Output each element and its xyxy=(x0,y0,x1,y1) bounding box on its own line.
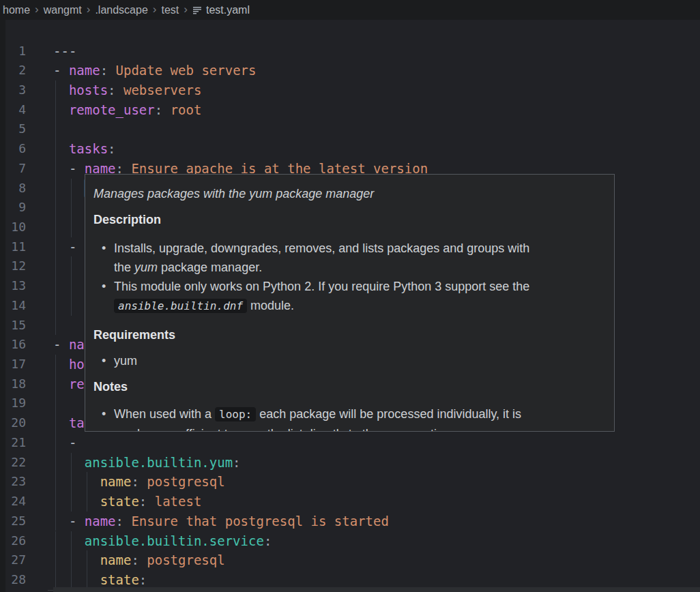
code-line[interactable]: 22 ansible.builtin.yum: xyxy=(0,453,700,473)
breadcrumb-item-file[interactable]: test.yaml xyxy=(191,4,250,16)
line-number: 27 xyxy=(0,550,26,570)
breadcrumb-separator: › xyxy=(83,3,94,18)
line-number: 12 xyxy=(0,256,26,276)
code-text: re xyxy=(53,374,85,394)
line-number: 25 xyxy=(0,512,26,531)
hover-tooltip[interactable]: Manages packages with the yum package ma… xyxy=(85,174,615,432)
code-text: - na xyxy=(53,335,85,355)
code-text: remote_user: root xyxy=(53,100,201,120)
bullet-icon: • xyxy=(102,351,114,370)
breadcrumb-file-label: test.yaml xyxy=(206,4,250,16)
code-line[interactable]: 26 ansible.builtin.service: xyxy=(0,531,700,551)
indent-guide xyxy=(55,394,56,413)
code-line[interactable]: 23 name: postgresql xyxy=(0,472,700,492)
line-number: 6 xyxy=(0,139,26,159)
line-number: 22 xyxy=(0,453,26,473)
tooltip-description-heading: Description xyxy=(93,210,604,229)
tooltip-description-bullet-2: • This module only works on Python 2. If… xyxy=(93,277,604,296)
code-line[interactable]: 3 hosts: webservers xyxy=(0,80,700,100)
bullet-icon: • xyxy=(102,277,114,296)
breadcrumb-separator: › xyxy=(149,3,160,18)
indent-guide xyxy=(71,218,72,237)
code-text: ansible.builtin.yum: xyxy=(53,453,241,473)
breadcrumb-item-home[interactable]: home xyxy=(1,4,31,16)
code-text: name: postgresql xyxy=(53,550,225,570)
code-text: --- xyxy=(53,42,76,61)
code-line[interactable]: 6 tasks: xyxy=(0,139,700,159)
code-line[interactable]: 5 xyxy=(0,119,700,139)
line-number: 2 xyxy=(0,61,26,80)
code-line[interactable]: 27 name: postgresql xyxy=(0,550,700,570)
tooltip-description-bullet-1-wrap: the yum package manager. xyxy=(93,258,604,277)
tooltip-notes-heading: Notes xyxy=(93,377,604,396)
tooltip-requirements-heading: Requirements xyxy=(93,325,604,344)
code-text: tasks: xyxy=(53,139,116,159)
code-text: hosts: webservers xyxy=(53,80,201,100)
indent-guide xyxy=(55,198,56,218)
code-line[interactable]: 1--- xyxy=(0,42,700,61)
breadcrumb: home › wangmt › .landscape › test › test… xyxy=(0,0,700,20)
line-number: 5 xyxy=(0,119,26,139)
line-number: 3 xyxy=(0,80,26,100)
indent-guide xyxy=(55,316,56,336)
indent-guide xyxy=(55,218,56,237)
indent-guide xyxy=(71,198,72,218)
indent-guide xyxy=(71,276,72,296)
line-number: 18 xyxy=(0,374,26,394)
breadcrumb-separator: › xyxy=(180,3,191,18)
line-number: 10 xyxy=(0,218,26,237)
code-line[interactable]: 24 state: latest xyxy=(0,492,700,512)
line-number: 8 xyxy=(0,179,26,198)
tooltip-summary: Manages packages with the yum package ma… xyxy=(93,184,604,203)
code-text: - name: Update web servers xyxy=(53,61,256,80)
line-number: 23 xyxy=(0,472,26,492)
tooltip-description-bullet-2-wrap: ansible.builtin.dnf module. xyxy=(93,296,604,316)
code-line[interactable]: 4 remote_user: root xyxy=(0,100,700,120)
breadcrumb-item-wangmt[interactable]: wangmt xyxy=(42,4,83,16)
line-number: 19 xyxy=(0,394,26,413)
breadcrumb-separator: › xyxy=(31,3,42,18)
bullet-icon: • xyxy=(102,239,114,258)
bullet-icon: • xyxy=(102,404,114,424)
tooltip-description-bullet-1: • Installs, upgrade, downgrades, removes… xyxy=(93,239,604,258)
line-number: 17 xyxy=(0,355,26,374)
line-number: 1 xyxy=(0,42,26,61)
breadcrumb-item-test[interactable]: test xyxy=(160,4,180,16)
horizontal-scrollbar[interactable] xyxy=(53,587,700,592)
indent-guide xyxy=(55,256,56,276)
line-number: 13 xyxy=(0,276,26,296)
line-number: 20 xyxy=(0,413,26,433)
code-text: - xyxy=(53,237,76,257)
code-line[interactable]: 2- name: Update web servers xyxy=(0,61,700,80)
code-line[interactable]: 21 - xyxy=(0,433,700,453)
line-number: 21 xyxy=(0,433,26,453)
indent-guide xyxy=(71,256,72,276)
code-line[interactable]: 25 - name: Ensure that postgresql is sta… xyxy=(0,512,700,531)
breadcrumb-item-landscape[interactable]: .landscape xyxy=(93,4,149,16)
line-number: 26 xyxy=(0,531,26,551)
line-number: 7 xyxy=(0,159,26,179)
inline-code-loop: loop: xyxy=(215,407,256,421)
line-number: 24 xyxy=(0,492,26,512)
line-number: 29 xyxy=(0,590,26,592)
inline-code-dnf: ansible.builtin.dnf xyxy=(114,299,247,313)
code-text: ta xyxy=(53,413,85,433)
indent-guide xyxy=(71,296,72,316)
line-number: 14 xyxy=(0,296,26,316)
code-text: - xyxy=(53,433,76,453)
yaml-file-icon xyxy=(192,5,202,15)
line-number: 28 xyxy=(0,570,26,590)
line-number: 16 xyxy=(0,335,26,355)
line-number: 15 xyxy=(0,316,26,336)
code-text: - name: Ensure that postgresql is starte… xyxy=(53,512,389,531)
indent-guide xyxy=(55,296,56,316)
code-text: ho xyxy=(53,355,85,374)
line-number: 4 xyxy=(0,100,26,120)
code-text: name: postgresql xyxy=(53,472,225,492)
code-text: ansible.builtin.service: xyxy=(53,531,272,551)
line-number: 11 xyxy=(0,237,26,257)
indent-guide xyxy=(55,119,56,139)
line-number: 9 xyxy=(0,198,26,218)
indent-guide xyxy=(55,276,56,296)
tooltip-requirements-bullet: • yum xyxy=(93,351,604,370)
